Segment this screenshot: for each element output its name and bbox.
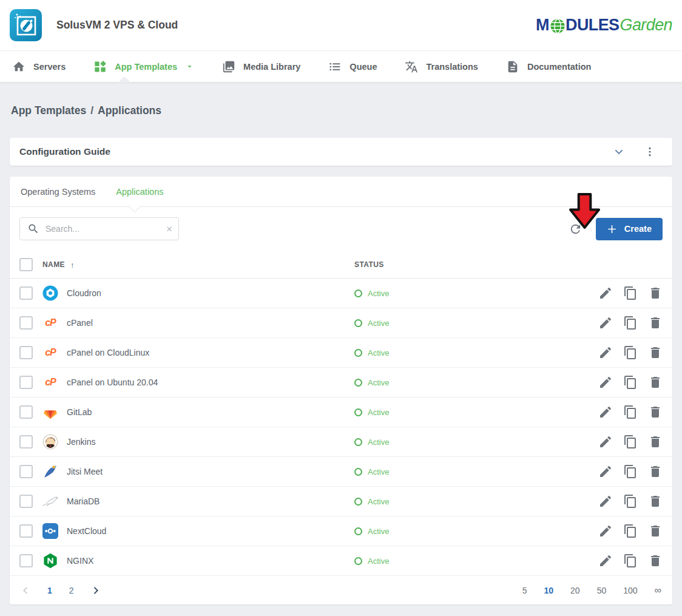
row-actions <box>598 494 663 509</box>
row-checkbox[interactable] <box>19 554 33 567</box>
delete-button[interactable] <box>648 494 663 509</box>
row-checkbox[interactable] <box>19 435 33 448</box>
column-header-status[interactable]: STATUS <box>354 260 384 269</box>
delete-button[interactable] <box>648 286 663 300</box>
page-size-50[interactable]: 50 <box>597 586 607 595</box>
breadcrumb-section[interactable]: App Templates <box>11 104 86 117</box>
duplicate-button[interactable] <box>623 286 638 300</box>
create-button[interactable]: Create <box>596 218 663 240</box>
row-actions <box>598 524 663 538</box>
clear-search-icon[interactable]: × <box>166 224 172 234</box>
duplicate-button[interactable] <box>623 345 638 360</box>
copy-icon <box>623 524 638 538</box>
name-cell: Cloudron <box>42 285 354 301</box>
page-size-100[interactable]: 100 <box>623 586 637 595</box>
copy-icon <box>623 345 638 360</box>
app-name: cPanel <box>67 318 93 328</box>
solusvm-logo-icon <box>10 9 42 41</box>
edit-button[interactable] <box>598 345 613 360</box>
search-input[interactable] <box>46 224 160 234</box>
edit-button[interactable] <box>598 494 613 509</box>
edit-button[interactable] <box>598 435 613 449</box>
page-size-20[interactable]: 20 <box>570 586 580 595</box>
table-row-mariadb: MariaDB Active <box>10 487 672 516</box>
expand-guide-button[interactable] <box>613 146 625 158</box>
copy-icon <box>623 464 638 479</box>
duplicate-button[interactable] <box>623 553 638 568</box>
edit-button[interactable] <box>598 375 613 390</box>
delete-button[interactable] <box>648 375 663 390</box>
status-active-icon <box>354 527 362 535</box>
row-checkbox[interactable] <box>19 405 33 419</box>
guide-menu-button[interactable] <box>644 146 655 158</box>
cpanel-icon: cP <box>42 374 58 390</box>
app-name: cPanel on CloudLinux <box>67 348 149 357</box>
sort-ascending-icon[interactable]: ↑ <box>70 260 75 269</box>
column-header-name[interactable]: NAME ↑ <box>42 260 354 269</box>
duplicate-button[interactable] <box>623 494 638 509</box>
app-name: Cloudron <box>67 288 101 298</box>
row-checkbox[interactable] <box>19 316 33 330</box>
delete-button[interactable] <box>648 405 663 419</box>
page-size-infinite[interactable]: ∞ <box>655 585 661 596</box>
breadcrumb-page: Applications <box>98 104 161 117</box>
document-icon <box>506 60 519 73</box>
nav-item-translations[interactable]: Translations <box>405 60 478 73</box>
nav-item-app-templates[interactable]: App Templates <box>93 60 194 73</box>
edit-button[interactable] <box>598 405 613 419</box>
name-cell: Jitsi Meet <box>42 464 354 479</box>
nextcloud-icon <box>42 523 58 539</box>
previous-page-button[interactable] <box>21 586 30 595</box>
row-checkbox[interactable] <box>19 495 33 508</box>
edit-button[interactable] <box>598 286 613 300</box>
nav-item-queue[interactable]: Queue <box>328 60 377 73</box>
next-page-button[interactable] <box>91 586 101 595</box>
delete-button[interactable] <box>648 524 663 538</box>
nav-item-media-library[interactable]: Media Library <box>222 60 300 73</box>
nav-item-servers[interactable]: Servers <box>12 60 66 73</box>
tab-operating-systems[interactable]: Operating Systems <box>21 187 95 197</box>
trash-icon <box>648 435 663 449</box>
copy-icon <box>623 316 638 330</box>
row-checkbox[interactable] <box>19 346 33 359</box>
page-size-5[interactable]: 5 <box>522 586 527 595</box>
duplicate-button[interactable] <box>623 405 638 419</box>
copy-icon <box>623 553 638 568</box>
row-checkbox[interactable] <box>19 524 33 538</box>
select-all-checkbox[interactable] <box>19 258 33 271</box>
duplicate-button[interactable] <box>623 435 638 449</box>
delete-button[interactable] <box>648 553 663 568</box>
search-icon <box>27 223 39 235</box>
duplicate-button[interactable] <box>623 375 638 390</box>
search-box: × <box>19 217 179 240</box>
page-size-10[interactable]: 10 <box>544 586 554 595</box>
duplicate-button[interactable] <box>623 524 638 538</box>
name-cell: cP cPanel on CloudLinux <box>42 345 354 360</box>
duplicate-button[interactable] <box>623 464 638 479</box>
tab-applications[interactable]: Applications <box>116 187 163 197</box>
page-number-1[interactable]: 1 <box>47 586 52 595</box>
app-name: cPanel on Ubuntu 20.04 <box>67 377 158 387</box>
templates-panel: Operating Systems Applications × <box>10 177 672 604</box>
trash-icon <box>648 316 663 330</box>
brand-modules-m: M <box>536 16 549 35</box>
delete-button[interactable] <box>648 435 663 449</box>
page-number-2[interactable]: 2 <box>69 586 74 595</box>
delete-button[interactable] <box>648 464 663 479</box>
row-checkbox[interactable] <box>19 376 33 389</box>
row-checkbox[interactable] <box>19 465 33 478</box>
edit-button[interactable] <box>598 553 613 568</box>
delete-button[interactable] <box>648 316 663 330</box>
edit-button[interactable] <box>598 524 613 538</box>
table-row-gitlab: GitLab Active <box>10 398 672 427</box>
nav-item-documentation[interactable]: Documentation <box>506 60 592 73</box>
refresh-button[interactable] <box>569 222 582 236</box>
status-badge: Active <box>354 408 389 417</box>
edit-button[interactable] <box>598 316 613 330</box>
refresh-icon <box>569 222 582 236</box>
table-row-nextcloud: NextCloud Active <box>10 516 672 546</box>
edit-button[interactable] <box>598 464 613 479</box>
row-checkbox[interactable] <box>19 286 33 300</box>
delete-button[interactable] <box>648 345 663 360</box>
duplicate-button[interactable] <box>623 316 638 330</box>
